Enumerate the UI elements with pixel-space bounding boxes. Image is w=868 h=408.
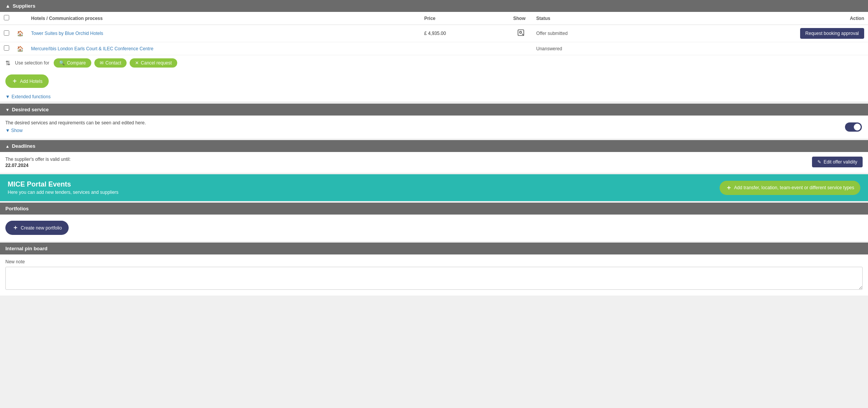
extended-functions-link[interactable]: ▼ Extended functions <box>5 94 863 99</box>
show-chevron-down-icon: ▼ <box>5 128 10 133</box>
add-transfer-plus-icon: ＋ <box>726 184 732 192</box>
create-portfolio-plus-icon: ＋ <box>12 224 18 232</box>
suppliers-title: Suppliers <box>13 3 35 9</box>
portfolios-body: ＋ Create new portfolio <box>0 215 868 241</box>
portfolios-section-header: Portfolios <box>0 203 868 215</box>
desired-service-description: The desired services and requirements ca… <box>5 120 863 126</box>
show-icon-1[interactable] <box>517 31 525 38</box>
hotel-name-1: Tower Suites by Blue Orchid Hotels <box>31 31 103 36</box>
compare-search-icon: 🔍 <box>59 60 65 66</box>
deadlines-title: Deadlines <box>12 143 35 149</box>
desired-service-toggle[interactable] <box>845 122 862 132</box>
selection-arrows-icon: ⇅ <box>5 59 10 67</box>
extended-functions-area: ▼ Extended functions <box>0 92 868 102</box>
hotel-home-icon-1: 🏠 <box>17 30 23 36</box>
create-new-portfolio-button[interactable]: ＋ Create new portfolio <box>5 221 69 235</box>
suppliers-section-header[interactable]: ▲ Suppliers <box>0 0 868 12</box>
hotels-column-header: Hotels / Communication process <box>27 12 420 25</box>
add-hotels-area: ＋ Add Hotels <box>0 71 868 92</box>
selection-bar: ⇅ Use selection for 🔍 Compare ✉ Contact … <box>0 55 868 71</box>
add-hotels-button[interactable]: ＋ Add Hotels <box>5 74 49 88</box>
hotel-home-icon-2: 🏠 <box>17 46 23 52</box>
add-transfer-button[interactable]: ＋ Add transfer, location, team-event or … <box>720 181 860 195</box>
cancel-x-icon: ✕ <box>135 60 139 66</box>
internal-pin-board-body: New note <box>0 254 868 296</box>
new-note-label: New note <box>5 259 863 264</box>
table-row: 🏠 Tower Suites by Blue Orchid Hotels £ 4… <box>0 25 868 42</box>
extended-chevron-down-icon: ▼ <box>5 94 10 99</box>
offer-date: 22.07.2024 <box>5 163 71 168</box>
desired-service-header[interactable]: ▼ Desired service <box>0 104 868 116</box>
price-column-header: Price <box>420 12 509 25</box>
deadlines-body: The supplier's offer is valid until: 22.… <box>0 152 868 173</box>
desired-service-show-link[interactable]: ▼ Show <box>5 128 863 133</box>
desired-service-body: The desired services and requirements ca… <box>0 116 868 139</box>
selection-label: Use selection for <box>15 60 49 66</box>
edit-pencil-icon: ✎ <box>817 159 821 165</box>
offer-valid-label: The supplier's offer is valid until: <box>5 157 71 162</box>
desired-service-title: Desired service <box>12 107 49 112</box>
edit-offer-validity-button[interactable]: ✎ Edit offer validity <box>812 157 863 167</box>
mice-portal-title: MICE Portal Events <box>8 180 119 188</box>
contact-button[interactable]: ✉ Contact <box>94 58 127 68</box>
hotel-status-1: Offer submitted <box>536 31 568 36</box>
svg-point-1 <box>520 31 522 33</box>
portfolios-title: Portfolios <box>5 206 29 211</box>
hotel-price-1: £ 4,935.00 <box>424 31 446 36</box>
internal-pin-board-title: Internal pin board <box>5 246 48 251</box>
row-1-checkbox[interactable] <box>4 30 9 36</box>
deadlines-section-header[interactable]: ▲ Deadlines <box>0 140 868 152</box>
table-row: 🏠 Mercure/Ibis London Earls Court & ILEC… <box>0 42 868 55</box>
select-all-checkbox[interactable] <box>4 15 9 20</box>
new-note-textarea[interactable] <box>5 267 863 290</box>
internal-pin-board-header: Internal pin board <box>0 243 868 254</box>
desired-service-chevron-down-icon: ▼ <box>5 107 10 112</box>
show-column-header: Show <box>509 12 532 25</box>
suppliers-chevron-up-icon: ▲ <box>5 3 10 9</box>
mice-portal-subtitle: Here you can add new tenders, services a… <box>8 190 119 195</box>
add-hotels-plus-icon: ＋ <box>12 77 18 85</box>
cancel-request-button[interactable]: ✕ Cancel request <box>130 58 177 68</box>
request-booking-approval-button[interactable]: Request booking approval <box>800 28 864 39</box>
action-column-header: Action <box>651 12 868 25</box>
contact-envelope-icon: ✉ <box>100 60 104 66</box>
row-2-checkbox[interactable] <box>4 45 9 51</box>
compare-button[interactable]: 🔍 Compare <box>54 58 91 68</box>
status-column-header: Status <box>532 12 651 25</box>
hotel-name-2: Mercure/Ibis London Earls Court & ILEC C… <box>31 46 153 51</box>
mice-portal-banner: MICE Portal Events Here you can add new … <box>0 174 868 201</box>
deadlines-chevron-up-icon: ▲ <box>5 144 10 149</box>
hotel-status-2: Unanswered <box>536 46 562 51</box>
